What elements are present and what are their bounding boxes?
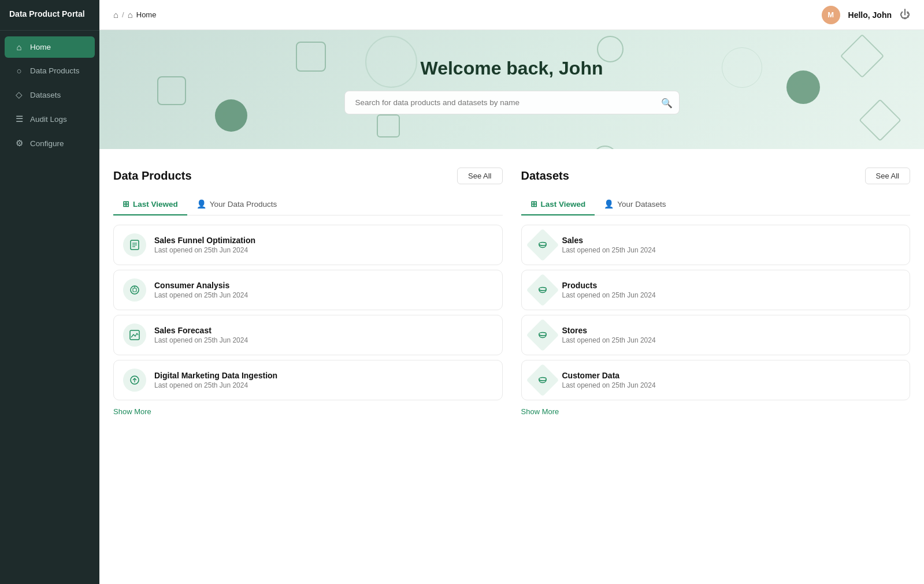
tab-your-data-products[interactable]: 👤 Your Data Products [187, 194, 287, 215]
data-products-tabs: ⊞ Last Viewed 👤 Your Data Products [113, 194, 503, 215]
breadcrumb-current: Home [136, 10, 157, 19]
tab-last-viewed-dp-label: Last Viewed [133, 200, 178, 209]
your-dp-icon: 👤 [196, 199, 206, 209]
datasets-icon: ◇ [14, 90, 24, 100]
deco-circle-2 [592, 146, 618, 149]
data-products-show-more[interactable]: Show More [113, 407, 151, 416]
dp-name-2: Sales Forecast [154, 326, 493, 335]
ds-icon-1 [526, 274, 559, 307]
breadcrumb: ⌂ / ⌂ Home [113, 10, 156, 20]
tab-last-viewed-dp[interactable]: ⊞ Last Viewed [113, 194, 187, 215]
svg-point-16 [539, 378, 546, 381]
ds-name-3: Customer Data [562, 371, 901, 380]
deco-rect-3 [377, 114, 400, 137]
sidebar-item-datasets-label: Datasets [30, 91, 61, 99]
data-products-see-all[interactable]: See All [457, 168, 502, 184]
your-ds-icon: 👤 [604, 199, 614, 209]
breadcrumb-separator: / [122, 10, 124, 19]
hero-title: Welcome back, John [113, 58, 910, 79]
home-icon: ⌂ [14, 42, 24, 52]
datasets-title: Datasets [521, 169, 569, 183]
svg-rect-5 [133, 288, 136, 292]
dp-name-1: Consumer Analysis [154, 281, 493, 290]
hero-banner: Welcome back, John 🔍 [99, 30, 924, 149]
ds-info-3: Customer Data Last opened on 25th Jun 20… [562, 371, 901, 389]
sidebar-item-datasets[interactable]: ◇ Datasets [5, 84, 95, 106]
sidebar-item-data-products[interactable]: ○ Data Products [5, 60, 95, 81]
search-input[interactable] [344, 91, 680, 114]
data-products-header: Data Products See All [113, 168, 503, 184]
ds-meta-3: Last opened on 25th Jun 2024 [562, 381, 901, 389]
datasets-tabs: ⊞ Last Viewed 👤 Your Datasets [521, 194, 911, 215]
datasets-see-all[interactable]: See All [865, 168, 910, 184]
table-row[interactable]: Digital Marketing Data Ingestion Last op… [113, 360, 503, 400]
ds-name-1: Products [562, 281, 901, 290]
data-products-title: Data Products [113, 169, 192, 183]
content-area: Data Products See All ⊞ Last Viewed 👤 Yo… [99, 149, 924, 584]
ds-meta-0: Last opened on 25th Jun 2024 [562, 246, 901, 254]
datasets-section: Datasets See All ⊞ Last Viewed 👤 Your Da… [521, 168, 911, 416]
dp-info-2: Sales Forecast Last opened on 25th Jun 2… [154, 326, 493, 344]
tab-your-dp-label: Your Data Products [210, 200, 277, 209]
datasets-header: Datasets See All [521, 168, 911, 184]
ds-name-2: Stores [562, 326, 901, 335]
list-item[interactable]: Products Last opened on 25th Jun 2024 [521, 270, 911, 310]
ds-name-0: Sales [562, 236, 901, 245]
data-products-list: Sales Funnel Optimization Last opened on… [113, 225, 503, 400]
ds-icon-0 [526, 229, 559, 262]
sidebar-item-home[interactable]: ⌂ Home [5, 36, 95, 58]
audit-logs-icon: ☰ [14, 114, 24, 124]
last-viewed-ds-icon: ⊞ [530, 199, 537, 209]
sidebar-item-audit-logs[interactable]: ☰ Audit Logs [5, 108, 95, 130]
user-name: Hello, John [848, 10, 892, 20]
app-logo: Data Product Portal [0, 0, 99, 31]
ds-icon-3 [526, 364, 559, 397]
dp-meta-0: Last opened on 25th Jun 2024 [154, 246, 493, 254]
power-icon[interactable]: ⏻ [900, 9, 910, 21]
deco-rect-2 [157, 76, 186, 105]
table-row[interactable]: Sales Forecast Last opened on 25th Jun 2… [113, 315, 503, 355]
svg-point-14 [539, 333, 546, 336]
datasets-list: Sales Last opened on 25th Jun 2024 [521, 225, 911, 400]
search-button[interactable]: 🔍 [661, 97, 673, 108]
sidebar-item-audit-logs-label: Audit Logs [30, 115, 67, 124]
breadcrumb-home-icon: ⌂ [113, 10, 118, 20]
header-right: M Hello, John ⏻ [822, 6, 910, 24]
data-products-icon: ○ [14, 66, 24, 76]
datasets-show-more[interactable]: Show More [521, 407, 559, 416]
search-container: 🔍 [344, 91, 680, 114]
dp-meta-3: Last opened on 25th Jun 2024 [154, 381, 493, 389]
dp-name-0: Sales Funnel Optimization [154, 236, 493, 245]
svg-point-12 [539, 288, 546, 291]
tab-last-viewed-ds[interactable]: ⊞ Last Viewed [521, 194, 595, 215]
dp-info-0: Sales Funnel Optimization Last opened on… [154, 236, 493, 254]
two-column-layout: Data Products See All ⊞ Last Viewed 👤 Yo… [113, 168, 910, 416]
list-item[interactable]: Stores Last opened on 25th Jun 2024 [521, 315, 911, 355]
sidebar: Data Product Portal ⌂ Home ○ Data Produc… [0, 0, 99, 584]
dp-name-3: Digital Marketing Data Ingestion [154, 371, 493, 380]
main-content: ⌂ / ⌂ Home M Hello, John ⏻ Welcome back,… [99, 0, 924, 584]
avatar: M [822, 6, 840, 24]
dp-icon-2 [123, 323, 146, 347]
data-products-section: Data Products See All ⊞ Last Viewed 👤 Yo… [113, 168, 503, 416]
table-row[interactable]: Sales Funnel Optimization Last opened on… [113, 225, 503, 265]
list-item[interactable]: Customer Data Last opened on 25th Jun 20… [521, 360, 911, 400]
sidebar-item-home-label: Home [30, 43, 51, 51]
breadcrumb-home-icon2: ⌂ [128, 10, 133, 20]
ds-info-1: Products Last opened on 25th Jun 2024 [562, 281, 901, 299]
list-item[interactable]: Sales Last opened on 25th Jun 2024 [521, 225, 911, 265]
deco-diamond-2 [859, 99, 901, 142]
ds-icon-2 [526, 319, 559, 352]
dp-info-1: Consumer Analysis Last opened on 25th Ju… [154, 281, 493, 299]
ds-info-2: Stores Last opened on 25th Jun 2024 [562, 326, 901, 344]
dp-icon-0 [123, 233, 146, 256]
tab-your-ds-label: Your Datasets [617, 200, 666, 209]
ds-meta-2: Last opened on 25th Jun 2024 [562, 336, 901, 344]
header: ⌂ / ⌂ Home M Hello, John ⏻ [99, 0, 924, 30]
configure-icon: ⚙ [14, 138, 24, 148]
sidebar-item-configure[interactable]: ⚙ Configure [5, 132, 95, 154]
sidebar-nav: ⌂ Home ○ Data Products ◇ Datasets ☰ Audi… [0, 31, 99, 160]
dp-info-3: Digital Marketing Data Ingestion Last op… [154, 371, 493, 389]
table-row[interactable]: Consumer Analysis Last opened on 25th Ju… [113, 270, 503, 310]
tab-your-datasets[interactable]: 👤 Your Datasets [595, 194, 675, 215]
